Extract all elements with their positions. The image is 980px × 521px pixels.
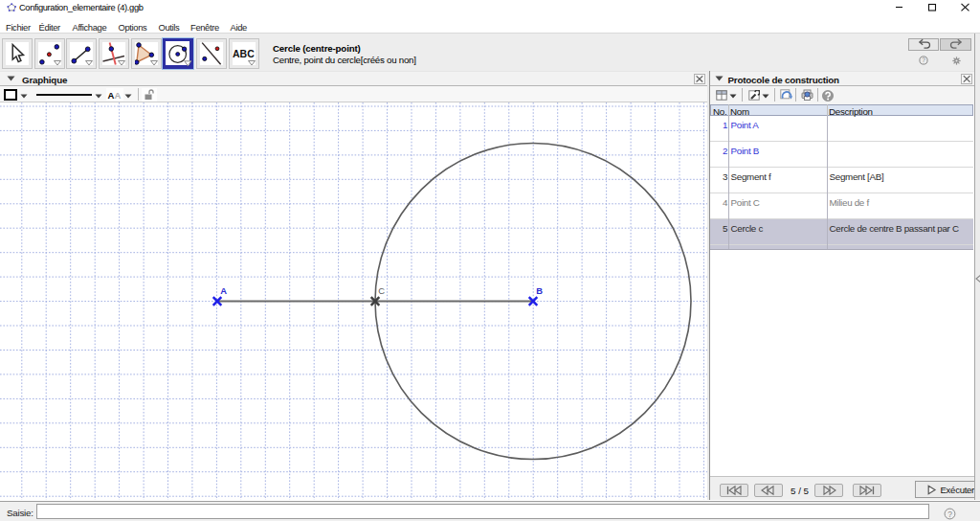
svg-text:?: ? bbox=[922, 57, 925, 63]
svg-text:A: A bbox=[220, 285, 227, 296]
svg-text:C: C bbox=[378, 285, 385, 296]
svg-text:B: B bbox=[536, 285, 543, 296]
svg-text:ABC: ABC bbox=[233, 48, 255, 59]
svg-text:?: ? bbox=[947, 509, 952, 518]
